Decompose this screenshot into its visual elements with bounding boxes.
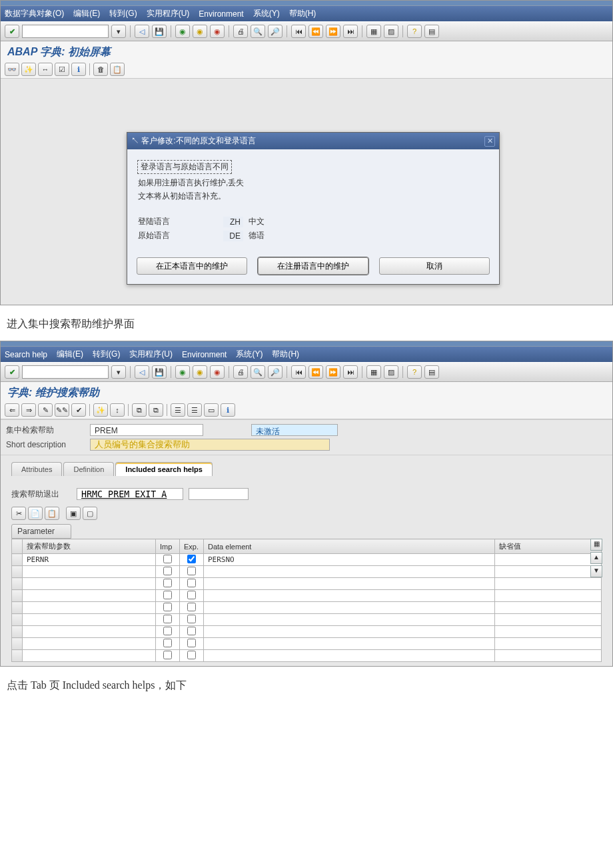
exp-checkbox[interactable] <box>187 567 196 575</box>
info2-icon[interactable]: ℹ <box>221 403 235 417</box>
cancel-icon-2[interactable]: ◉ <box>210 365 225 379</box>
nextpage-icon[interactable]: ⏩ <box>326 25 340 38</box>
table-row[interactable] <box>12 650 602 662</box>
check2-icon[interactable]: ✔ <box>71 403 86 417</box>
menu-searchhelp[interactable]: Search help <box>5 350 47 359</box>
doc-icon[interactable]: ▭ <box>204 403 219 417</box>
display-icon[interactable]: 👓 <box>5 63 19 76</box>
menu-env[interactable]: Environment <box>199 9 243 19</box>
exp-checkbox[interactable] <box>187 615 196 623</box>
short-desc-input[interactable] <box>90 439 330 451</box>
print-icon[interactable]: 🖨 <box>233 25 248 38</box>
enter-icon[interactable]: ✔ <box>5 25 19 38</box>
col-default[interactable]: 缺省值 <box>495 539 602 554</box>
hierarchy-icon[interactable]: ⧉ <box>132 403 147 417</box>
firstpage-icon[interactable]: ⏮ <box>291 25 306 38</box>
imp-checkbox[interactable] <box>163 567 172 575</box>
menu-goto[interactable]: 转到(G) <box>109 8 137 19</box>
menu-help-2[interactable]: 帮助(H) <box>272 349 299 360</box>
exp-checkbox[interactable] <box>187 603 196 611</box>
insert-row-icon[interactable]: ▣ <box>66 507 81 520</box>
imp-checkbox[interactable] <box>163 615 172 623</box>
exit-input-extra[interactable] <box>189 488 249 500</box>
exp-checkbox[interactable] <box>187 555 196 563</box>
imp-checkbox[interactable] <box>163 591 172 599</box>
save-icon[interactable]: 💾 <box>152 25 167 38</box>
tab-attributes[interactable]: Attributes <box>11 462 62 476</box>
menu-env-2[interactable]: Environment <box>182 350 227 359</box>
display-change-icon[interactable]: ✎✎ <box>55 403 69 417</box>
enter-icon-2[interactable]: ✔ <box>5 365 19 379</box>
imp-checkbox[interactable] <box>163 555 172 563</box>
prevpage-icon-2[interactable]: ⏪ <box>308 365 323 379</box>
exit-icon[interactable]: ◉ <box>193 25 207 38</box>
tree-icon[interactable]: ☰ <box>171 403 185 417</box>
scroll-up-icon[interactable]: ▲ <box>590 552 602 564</box>
menu-edit-2[interactable]: 编辑(E) <box>57 349 83 360</box>
newsession-icon[interactable]: ▦ <box>366 25 381 38</box>
other-object-icon[interactable]: ✎ <box>38 403 53 417</box>
layout-icon-2[interactable]: ▤ <box>424 365 439 379</box>
menu-dictobj[interactable]: 数据字典对象(O) <box>5 8 64 19</box>
table-row[interactable]: PERNR PERSNO <box>12 554 602 566</box>
imp-checkbox[interactable] <box>163 639 172 647</box>
table-row[interactable] <box>12 578 602 590</box>
table-row[interactable] <box>12 590 602 602</box>
activate2-icon[interactable]: ✨ <box>93 403 108 417</box>
menu-edit[interactable]: 编辑(E) <box>73 8 100 19</box>
nextpage-icon-2[interactable]: ⏩ <box>326 365 340 379</box>
save-icon-2[interactable]: 💾 <box>152 365 167 379</box>
dropdown-icon-2[interactable]: ▾ <box>111 365 126 379</box>
help-icon[interactable]: ? <box>407 25 422 38</box>
def-cell[interactable] <box>495 554 602 566</box>
param-cell[interactable]: PERNR <box>23 554 156 566</box>
close-icon[interactable]: ✕ <box>484 136 495 147</box>
activate-icon[interactable]: ✨ <box>21 63 36 76</box>
table-row[interactable] <box>12 638 602 650</box>
nav-back-icon[interactable]: ⇐ <box>5 403 19 417</box>
cut-icon[interactable]: ✂ <box>11 507 26 520</box>
help-icon-2[interactable]: ? <box>407 365 422 379</box>
exit-input[interactable] <box>77 488 183 500</box>
tab-included-search-helps[interactable]: Included search helps <box>115 462 213 476</box>
maintain-original-button[interactable]: 在正本语言中的维护 <box>137 257 247 275</box>
maintain-register-button[interactable]: 在注册语言中的维护 <box>258 257 368 275</box>
col-imp[interactable]: Imp <box>156 539 180 554</box>
back2-icon-2[interactable]: ◉ <box>175 365 190 379</box>
back2-icon[interactable]: ◉ <box>175 25 190 38</box>
back-icon-2[interactable]: ◁ <box>135 365 149 379</box>
tab-definition[interactable]: Definition <box>63 462 114 476</box>
where-used2-icon[interactable]: ↕ <box>110 403 125 417</box>
copy2-icon[interactable]: 📄 <box>28 507 43 520</box>
col-param[interactable]: 搜索帮助参数 <box>23 539 156 554</box>
menu-util-2[interactable]: 实用程序(U) <box>129 349 173 360</box>
info-icon[interactable]: ℹ <box>71 63 86 76</box>
cancel-button[interactable]: 取消 <box>379 257 490 275</box>
layout-icon[interactable]: ▤ <box>424 25 439 38</box>
menu-system-2[interactable]: 系统(Y) <box>236 349 263 360</box>
delete-icon[interactable]: 🗑 <box>93 63 108 76</box>
exp-checkbox[interactable] <box>187 591 196 599</box>
table-row[interactable] <box>12 566 602 578</box>
grid-config-icon[interactable]: ▦ <box>590 539 602 551</box>
command-field[interactable] <box>22 25 109 38</box>
de-cell[interactable]: PERSNO <box>204 554 495 566</box>
print-icon-2[interactable]: 🖨 <box>233 365 248 379</box>
back-icon[interactable]: ◁ <box>135 25 149 38</box>
scroll-down-icon[interactable]: ▼ <box>590 565 602 577</box>
cancel-icon[interactable]: ◉ <box>210 25 225 38</box>
col-exp[interactable]: Exp. <box>180 539 204 554</box>
prevpage-icon[interactable]: ⏪ <box>308 25 323 38</box>
menu-system[interactable]: 系统(Y) <box>253 8 280 19</box>
command-field-2[interactable] <box>22 365 109 379</box>
select-all-cell[interactable] <box>12 539 23 554</box>
exp-checkbox[interactable] <box>187 639 196 647</box>
tree2-icon[interactable]: ☰ <box>187 403 202 417</box>
delete-row-icon[interactable]: ▢ <box>83 507 97 520</box>
findnext-icon-2[interactable]: 🔎 <box>268 365 283 379</box>
imp-checkbox[interactable] <box>163 603 172 611</box>
lastpage-icon-2[interactable]: ⏭ <box>343 365 358 379</box>
col-dataelement[interactable]: Data element <box>204 539 495 554</box>
exp-checkbox[interactable] <box>187 579 196 587</box>
nav-fwd-icon[interactable]: ⇒ <box>21 403 36 417</box>
